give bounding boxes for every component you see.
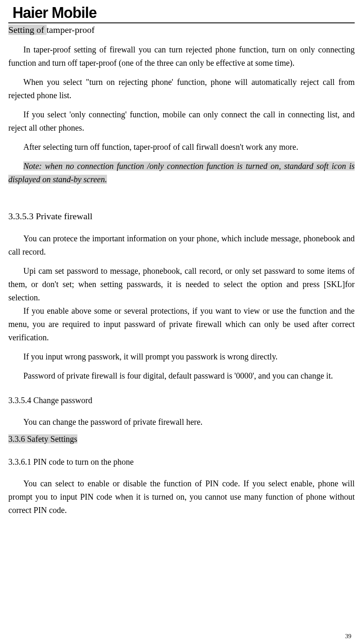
note-block: Note: when no connection function /only …	[8, 159, 355, 186]
paragraph-4: After selecting turn off function, taper…	[8, 140, 355, 154]
paragraph-7: If you enable above some or several prot…	[8, 304, 355, 344]
paragraph-3: If you select 'only connecting' function…	[8, 108, 355, 134]
heading-3353: 3.3.5.3 Private firewall	[8, 211, 355, 222]
paragraph-10: You can change the password of private f…	[8, 415, 355, 429]
heading-3361: 3.3.6.1 PIN code to turn on the phone	[8, 457, 355, 467]
paragraph-8: If you input wrong passwork, it will pro…	[8, 350, 355, 363]
section-heading-tamper-proof: Setting of tamper-proof	[8, 25, 355, 35]
header-logo-region: Haier Mobile	[8, 4, 355, 23]
brand-name: Haier	[12, 4, 48, 21]
page-number: 39	[345, 633, 351, 640]
heading-rest: tamper-proof	[47, 25, 95, 35]
note-text: Note: when no connection function /only …	[8, 161, 355, 184]
brand-logo: Haier Mobile	[12, 4, 97, 21]
heading-336-wrapper: 3.3.6 Safety Settings	[8, 434, 355, 444]
paragraph-11: You can select to enable or disable the …	[8, 477, 355, 517]
heading-prefix: Setting of	[8, 25, 47, 35]
paragraph-9: Password of private firewall is four dig…	[8, 369, 355, 382]
paragraph-1: In taper-proof setting of firewall you c…	[8, 43, 355, 69]
paragraph-2: When you select "turn on rejecting phone…	[8, 75, 355, 102]
heading-336: 3.3.6 Safety Settings	[8, 434, 77, 443]
brand-suffix: Mobile	[52, 4, 97, 21]
paragraph-5: You can protece the important informatio…	[8, 232, 355, 258]
paragraph-6: Upi cam set password to message, phonebo…	[8, 264, 355, 304]
heading-3354: 3.3.5.4 Change password	[8, 396, 355, 405]
